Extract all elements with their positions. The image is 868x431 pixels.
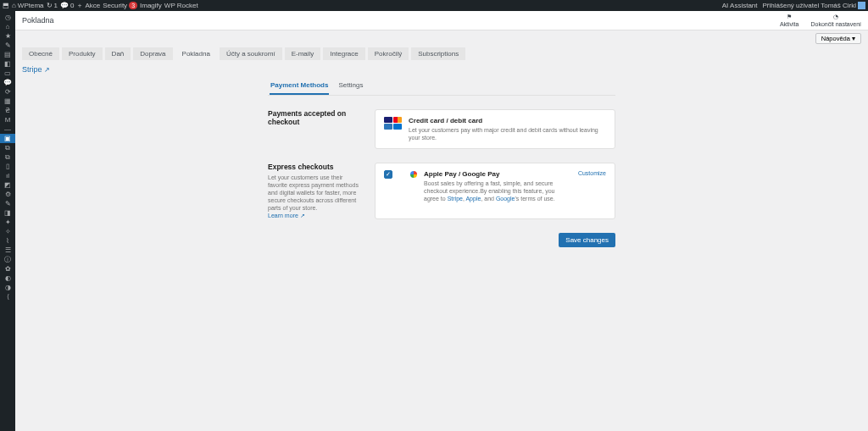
admin-bar-left: ⬒ ⌂ WPtema ↻ 1 💬 0 ＋ Akce Security 3 Ima… — [3, 1, 198, 10]
sidebar-item-22[interactable]: ✦ — [0, 218, 15, 227]
visa-icon — [384, 117, 392, 123]
sidebar-item-17[interactable]: ıl — [0, 171, 15, 180]
admin-bar-right: AI Assistant Přihlášený uživatel Tomáš C… — [722, 2, 865, 9]
apple-icon — [399, 170, 408, 179]
security-badge: 3 — [129, 2, 137, 9]
tab-účty-a-soukromí[interactable]: Účty a soukromí — [220, 47, 282, 60]
sidebar-item-8[interactable]: ⟳ — [0, 87, 15, 97]
apple-google-title: Apple Pay / Google Pay — [424, 170, 571, 178]
new-content[interactable]: ＋ Akce — [76, 1, 100, 10]
security-menu[interactable]: Security 3 — [103, 2, 137, 9]
sidebar-item-16[interactable]: ▯ — [0, 162, 15, 171]
tab-integrace[interactable]: Integrace — [323, 47, 364, 60]
tab-pokročilý[interactable]: Pokročilý — [368, 47, 409, 60]
sidebar-item-25[interactable]: ☰ — [0, 246, 15, 255]
user-menu[interactable]: Přihlášený uživatel Tomáš Cirkl — [763, 2, 865, 9]
google-tos-link[interactable]: Google — [496, 196, 515, 202]
credit-card-card: Credit card / debit card Let your custom… — [375, 109, 615, 149]
credit-card-title: Credit card / debit card — [409, 117, 606, 124]
activity-button[interactable]: ⚑ Aktivita — [780, 14, 799, 28]
sidebar-item-7[interactable]: 💬 — [0, 78, 15, 87]
stripe-section-label: Stripe↗ — [15, 60, 868, 77]
tab-e-maily[interactable]: E-maily — [285, 47, 321, 60]
sidebar-item-28[interactable]: ◐ — [0, 274, 15, 283]
progress-ring-icon: ◔ — [833, 14, 838, 20]
finish-setup-button[interactable]: ◔ Dokončit nastavení — [810, 14, 861, 28]
subtab-settings[interactable]: Settings — [337, 79, 364, 95]
sidebar-item-5[interactable]: ◧ — [0, 59, 15, 69]
apple-google-desc: Boost sales by offering a fast, simple, … — [424, 180, 571, 202]
sidebar-item-15[interactable]: ⧉ — [0, 152, 15, 162]
mastercard-icon — [393, 117, 402, 123]
stripe-link[interactable]: Stripe↗ — [22, 65, 50, 74]
save-bar: Save changes — [268, 233, 615, 247]
page-header: Pokladna ⚑ Aktivita ◔ Dokončit nastavení — [15, 11, 868, 30]
sidebar-item-21[interactable]: ◨ — [0, 208, 15, 218]
save-changes-button[interactable]: Save changes — [559, 233, 615, 247]
learn-more-link[interactable]: Learn more ↗ — [268, 213, 305, 218]
accepted-payments-title: Payments accepted on checkout — [268, 109, 361, 126]
wc-settings-tabs: ObecnéProduktyDaňDopravaPokladnaÚčty a s… — [15, 44, 868, 60]
subtab-payment-methods[interactable]: Payment Methods — [270, 79, 329, 95]
sidebar-item-26[interactable]: ⓘ — [0, 255, 15, 264]
stripe-panel: Payment Methods Settings Payments accept… — [268, 79, 615, 247]
admin-sidebar: ◷⌂★✎▤◧▭💬⟳▦₴M—▣⧉⧉▯ıl◩⚙✎◨✦✧⌇☰ⓘ✿◐◑⟨ — [0, 11, 15, 431]
sidebar-item-27[interactable]: ✿ — [0, 264, 15, 274]
apple-tos-link[interactable]: Apple — [465, 196, 481, 202]
tab-obecné[interactable]: Obecné — [22, 47, 59, 60]
credit-card-desc: Let your customers pay with major credit… — [409, 126, 606, 141]
amex-icon — [384, 124, 392, 130]
sidebar-item-24[interactable]: ⌇ — [0, 236, 15, 246]
sidebar-item-2[interactable]: ★ — [0, 31, 15, 41]
avatar — [858, 2, 865, 9]
wprocket-menu[interactable]: WP Rocket — [164, 2, 198, 9]
sidebar-item-14[interactable]: ⧉ — [0, 143, 15, 152]
sidebar-item-18[interactable]: ◩ — [0, 180, 15, 190]
card-brand-icons — [384, 117, 402, 130]
admin-bar: ⬒ ⌂ WPtema ↻ 1 💬 0 ＋ Akce Security 3 Ima… — [0, 0, 868, 11]
updates[interactable]: ↻ 1 — [47, 2, 58, 9]
sidebar-item-6[interactable]: ▭ — [0, 69, 15, 78]
sidebar-item-10[interactable]: ₴ — [0, 106, 15, 115]
sidebar-item-29[interactable]: ◑ — [0, 283, 15, 292]
google-icon — [410, 171, 417, 178]
imagify-menu[interactable]: Imagify — [140, 2, 162, 9]
express-checkbox[interactable]: ✓ — [384, 170, 392, 179]
customize-link[interactable]: Customize — [578, 170, 606, 176]
card-icon — [393, 124, 402, 130]
help-bar: Nápověda ▾ — [15, 30, 868, 44]
sidebar-item-4[interactable]: ▤ — [0, 50, 15, 59]
sidebar-item-12[interactable]: — — [0, 124, 15, 134]
section-express-checkouts: Express checkouts Let your customers use… — [268, 163, 615, 219]
tab-daň[interactable]: Daň — [105, 47, 131, 60]
page-title: Pokladna — [22, 16, 54, 25]
sidebar-item-19[interactable]: ⚙ — [0, 190, 15, 199]
apple-google-pay-card: ✓ Apple Pay / Google Pay Boost sales by … — [375, 163, 615, 219]
site-name[interactable]: ⌂ WPtema — [12, 2, 44, 9]
sidebar-item-1[interactable]: ⌂ — [0, 22, 15, 31]
express-title: Express checkouts — [268, 163, 361, 171]
ai-assistant[interactable]: AI Assistant — [722, 2, 758, 9]
express-desc: Let your customers use their favorite ex… — [268, 174, 361, 212]
help-button[interactable]: Nápověda ▾ — [815, 33, 861, 44]
tab-doprava[interactable]: Doprava — [133, 47, 172, 60]
stripe-subtabs: Payment Methods Settings — [268, 79, 615, 96]
sidebar-item-3[interactable]: ✎ — [0, 41, 15, 50]
section-accepted-payments: Payments accepted on checkout Credit car… — [268, 109, 615, 149]
stripe-tos-link[interactable]: Stripe — [448, 196, 463, 202]
sidebar-item-13[interactable]: ▣ — [0, 134, 15, 143]
tab-subscriptions[interactable]: Subscriptions — [411, 47, 465, 60]
sidebar-item-23[interactable]: ✧ — [0, 227, 15, 236]
content-area: Pokladna ⚑ Aktivita ◔ Dokončit nastavení… — [15, 11, 868, 431]
external-link-icon: ↗ — [44, 66, 50, 74]
sidebar-item-20[interactable]: ✎ — [0, 199, 15, 208]
sidebar-item-30[interactable]: ⟨ — [0, 292, 15, 301]
tab-pokladna[interactable]: Pokladna — [175, 47, 217, 60]
comments[interactable]: 💬 0 — [60, 2, 74, 9]
flag-icon: ⚑ — [787, 14, 792, 20]
sidebar-item-0[interactable]: ◷ — [0, 13, 15, 22]
tab-produkty[interactable]: Produkty — [62, 47, 103, 60]
sidebar-item-9[interactable]: ▦ — [0, 97, 15, 106]
wp-logo-icon[interactable]: ⬒ — [3, 2, 9, 9]
sidebar-item-11[interactable]: M — [0, 115, 15, 124]
